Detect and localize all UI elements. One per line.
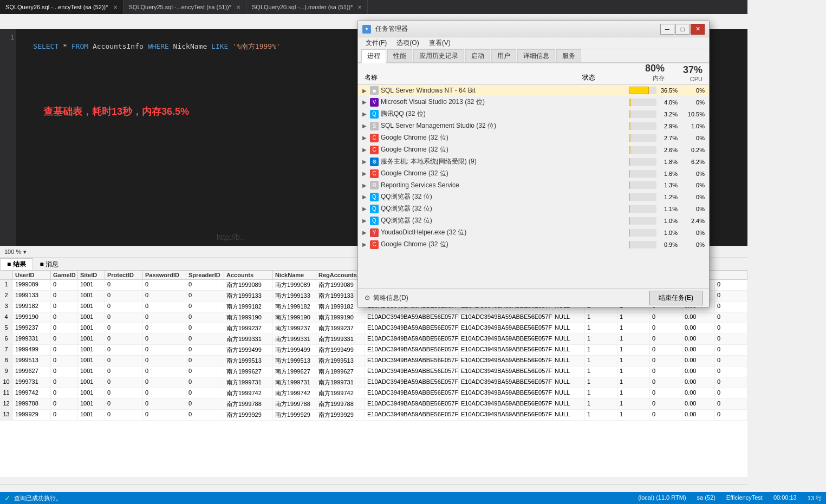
table-cell-ext: E10ADC3949BA59ABBE56E057F20F883E (365, 356, 459, 366)
result-tab-results[interactable]: ■ 结果 (0, 258, 33, 270)
tm-expand-icon[interactable]: ▶ (362, 88, 369, 94)
table-cell-ext: E10ADC3949BA59ABBE56E057F20F883E (365, 399, 459, 409)
tm-close-button[interactable]: ✕ (691, 24, 705, 35)
table-cell-ext: E10ADC3949BA59ABBE56E057F20F883E (365, 312, 459, 323)
grid-header-accounts[interactable]: Accounts (224, 271, 273, 279)
tm-expand-icon[interactable]: ▶ (362, 135, 369, 141)
tm-tab-users[interactable]: 用户 (491, 49, 516, 62)
tm-process-row[interactable]: ▶■SQL Server Windows NT - 64 Bit36.5%0% (358, 85, 709, 96)
tm-expand-icon[interactable]: ▶ (362, 218, 369, 224)
tm-process-mem-text: 1.6% (659, 171, 678, 177)
tm-process-row[interactable]: ▶SSQL Server Management Studio (32 位)2.9… (358, 120, 709, 132)
grid-header-passwordid[interactable]: PasswordID (143, 271, 186, 279)
tm-tab-app-history[interactable]: 应用历史记录 (413, 49, 464, 62)
result-tab-messages[interactable]: ■ 消息 (33, 258, 66, 270)
tm-expand-icon[interactable]: ▶ (362, 206, 369, 212)
table-cell: 1999929 (13, 410, 51, 420)
tm-process-row[interactable]: ▶RReporting Services Service1.3%0% (358, 180, 709, 191)
grid-header-protectid[interactable]: ProtectID (105, 271, 143, 279)
table-cell-ext: 1 (617, 388, 650, 398)
tm-expand-icon[interactable]: ▶ (362, 194, 369, 200)
tm-expand-icon[interactable]: ▶ (362, 123, 369, 129)
tm-tab-startup[interactable]: 启动 (465, 49, 490, 62)
tm-expand-icon[interactable]: ▶ (362, 159, 369, 165)
tm-col-cpu-header[interactable]: 37% CPU (667, 62, 705, 84)
grid-header-siteid[interactable]: SiteID (78, 271, 105, 279)
status-success-text: 查询已成功执行。 (14, 494, 62, 502)
tm-menu-file[interactable]: 文件(F) (361, 37, 391, 49)
table-cell: 0 (105, 334, 143, 344)
table-row[interactable]: 12199978801001000南方1999788南方1999788南方199… (0, 399, 747, 410)
tm-col-mem-header[interactable]: 80% 内存 (618, 61, 667, 84)
tm-process-row[interactable]: ▶QQQ浏览器 (32 位)1.0%2.4% (358, 215, 709, 227)
table-row[interactable]: 4199919001001000南方1999190南方1999190南方1999… (0, 312, 747, 323)
line-numbers: 1 (0, 29, 16, 246)
table-cell-ext: NULL (552, 334, 585, 344)
tab-2[interactable]: SQLQuery25.sql -...encyTest (sa (51))* ✕ (123, 0, 247, 14)
tm-process-row[interactable]: ▶CGoogle Chrome (32 位)0.9%0% (358, 239, 709, 251)
tm-maximize-button[interactable]: □ (675, 24, 690, 35)
tm-col-mem-pct: 80% (620, 63, 665, 74)
table-cell-ext: E10ADC3949BA59ABBE56E057F20F883E (365, 388, 459, 398)
zoom-icon[interactable]: ▾ (23, 248, 27, 256)
tab-2-close[interactable]: ✕ (236, 4, 240, 10)
table-row[interactable]: 6199933101001000南方1999331南方1999331南方1999… (0, 334, 747, 345)
tm-expand-icon[interactable]: ▶ (362, 147, 369, 153)
tab-3[interactable]: SQLQuery20.sql -...).master (sa (51))* ✕ (246, 0, 368, 14)
grid-header-userid[interactable]: UserID (13, 271, 51, 279)
tm-end-task-button[interactable]: 结束任务(E) (649, 291, 703, 305)
table-cell-ext: NULL (552, 388, 585, 398)
table-cell-ext: E10ADC3949BA59ABBE56E057F20F883E (365, 323, 459, 333)
table-row[interactable]: 5199923701001000南方1999237南方1999237南方1999… (0, 323, 747, 334)
grid-header-nickname[interactable]: NickName (273, 271, 316, 279)
table-cell: 1001 (78, 377, 105, 388)
table-cell-ext: 0.00 (682, 334, 715, 344)
table-cell-ext: 0.00 (682, 345, 715, 355)
tm-tab-services[interactable]: 服务 (556, 49, 581, 62)
tm-process-row[interactable]: ▶QQQ浏览器 (32 位)1.1%0% (358, 203, 709, 215)
tm-col-status[interactable]: 状态 (580, 71, 618, 84)
tab-1[interactable]: SQLQuery26.sql -...encyTest (sa (52))* ✕ (0, 0, 123, 14)
tm-tab-processes[interactable]: 进程 (361, 49, 386, 63)
tm-expand-icon[interactable]: ▶ (362, 182, 369, 188)
tm-process-name: Google Chrome (32 位) (381, 240, 629, 249)
horizontal-scrollbar[interactable] (0, 485, 747, 492)
tm-process-row[interactable]: ▶⚙服务主机: 本地系统(网络受限) (9)1.8%6.2% (358, 156, 709, 168)
tm-process-row[interactable]: ▶CGoogle Chrome (32 位)2.7%0% (358, 132, 709, 144)
tab-3-close[interactable]: ✕ (357, 4, 362, 10)
tm-summary-toggle[interactable]: ⊙ 简略信息(D) (365, 293, 408, 303)
tm-expand-icon[interactable]: ▶ (362, 171, 369, 176)
table-row[interactable]: 13199992901001000南方1999929南方1999929南方199… (0, 410, 747, 421)
tm-menu-view[interactable]: 查看(V) (425, 37, 455, 49)
tm-expand-icon[interactable]: ▶ (362, 241, 369, 247)
tm-expand-icon[interactable]: ▶ (362, 230, 369, 235)
tm-process-row[interactable]: ▶CGoogle Chrome (32 位)2.6%0.2% (358, 144, 709, 156)
table-row[interactable]: 8199951301001000南方1999513南方1999513南方1999… (0, 356, 747, 366)
table-row[interactable]: 9199962701001000南方1999627南方1999627南方1999… (0, 366, 747, 377)
tm-process-row[interactable]: ▶CGoogle Chrome (32 位)1.6%0% (358, 168, 709, 180)
table-cell-ext: 1 (585, 399, 617, 409)
tm-expand-icon[interactable]: ▶ (362, 111, 369, 117)
table-cell-ext: 1 (585, 356, 617, 366)
tm-process-row[interactable]: ▶QQQ浏览器 (32 位)1.2%0% (358, 191, 709, 203)
grid-header-gameid[interactable]: GameID (51, 271, 78, 279)
status-db: EfficiencyTest (726, 494, 763, 502)
tm-process-row[interactable]: ▶VMicrosoft Visual Studio 2013 (32 位)4.0… (358, 96, 709, 108)
table-row[interactable]: 11199974201001000南方1999742南方1999742南方199… (0, 388, 747, 399)
tm-col-name[interactable]: 名称 (362, 71, 580, 84)
tm-tab-details[interactable]: 详细信息 (517, 49, 555, 62)
row-number: 6 (0, 334, 13, 344)
tm-process-row[interactable]: ▶Q腾讯QQ (32 位)3.2%10.5% (358, 108, 709, 120)
table-cell-ext: E10ADC3949BA59ABBE56E057F20F883E (459, 388, 552, 398)
tm-expand-icon[interactable]: ▶ (362, 99, 369, 105)
tm-minimize-button[interactable]: ─ (660, 24, 674, 35)
grid-header-spreaderid[interactable]: SpreaderID (186, 271, 224, 279)
tm-menu-options[interactable]: 选项(O) (392, 37, 423, 49)
tm-process-row[interactable]: ▶YYoudaoDictHelper.exe (32 位)1.0%0% (358, 227, 709, 239)
tm-tab-performance[interactable]: 性能 (387, 49, 412, 62)
table-cell: 0 (143, 366, 186, 377)
tab-1-close[interactable]: ✕ (113, 4, 118, 10)
table-cell: 南方1999499 (273, 345, 316, 355)
table-row[interactable]: 7199949901001000南方1999499南方1999499南方1999… (0, 345, 747, 356)
table-row[interactable]: 10199973101001000南方1999731南方1999731南方199… (0, 377, 747, 388)
